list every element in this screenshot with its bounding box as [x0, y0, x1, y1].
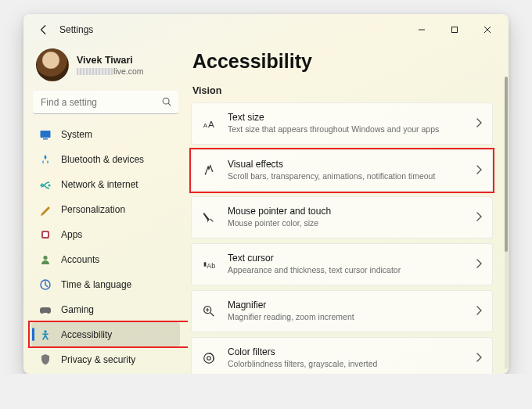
- card-title: Mouse pointer and touch: [228, 206, 470, 217]
- nav-label: Personalization: [61, 204, 125, 215]
- nav-label: Accessibility: [61, 329, 112, 340]
- nav-label: Network & internet: [61, 179, 138, 190]
- nav-icon: [39, 228, 52, 241]
- card-desc: Text size that appears throughout Window…: [228, 124, 470, 135]
- chevron-right-icon: [475, 257, 483, 271]
- svg-point-17: [207, 167, 209, 168]
- card-desc: Magnifier reading, zoom increment: [228, 312, 470, 322]
- nav-label: Bluetooth & devices: [61, 154, 144, 165]
- svg-rect-1: [452, 27, 458, 33]
- redacted-text: [77, 68, 113, 75]
- section-heading: Vision: [191, 84, 504, 102]
- svg-point-25: [207, 357, 211, 361]
- sidebar-item-gaming[interactable]: Gaming: [31, 297, 180, 321]
- sidebar-item-personalization[interactable]: Personalization: [31, 197, 180, 221]
- nav-icon: [39, 253, 52, 266]
- nav-icon: [39, 303, 52, 316]
- main-pane: Accessibility Vision AA Text size Text s…: [188, 45, 509, 374]
- chevron-right-icon: [475, 210, 483, 224]
- close-button[interactable]: [471, 18, 504, 41]
- nav-icon: [39, 328, 52, 341]
- sidebar-item-accessibility[interactable]: Accessibility: [31, 322, 180, 346]
- settings-window: Settings Vivek Tiwari live.com: [23, 14, 509, 374]
- svg-rect-9: [43, 232, 48, 237]
- search-input[interactable]: [33, 91, 178, 114]
- svg-rect-4: [41, 131, 51, 138]
- svg-point-10: [43, 255, 47, 259]
- card-text-size[interactable]: AA Text size Text size that appears thro…: [191, 102, 493, 145]
- card-list: AA Text size Text size that appears thro…: [191, 102, 504, 374]
- card-magnifier[interactable]: Magnifier Magnifier reading, zoom increm…: [191, 290, 493, 332]
- svg-rect-5: [43, 138, 48, 140]
- card-title: Visual effects: [228, 159, 470, 170]
- profile-email: live.com: [77, 66, 144, 76]
- card-icon: [201, 210, 217, 225]
- back-button[interactable]: [34, 20, 53, 39]
- svg-rect-18: [204, 262, 207, 266]
- page-title: Accessibility: [191, 45, 504, 84]
- maximize-button[interactable]: [438, 18, 471, 41]
- sidebar-item-windows-update[interactable]: Windows Update: [31, 372, 180, 374]
- chevron-right-icon: [475, 163, 483, 178]
- svg-text:Ab: Ab: [207, 262, 215, 270]
- sidebar: Vivek Tiwari live.com SystemBluetooth & …: [23, 45, 188, 374]
- svg-point-6: [40, 184, 42, 186]
- sidebar-item-time-language[interactable]: Time & language: [31, 272, 180, 296]
- nav-icon: [39, 153, 52, 166]
- search-box: [33, 91, 178, 114]
- sidebar-item-system[interactable]: System: [31, 122, 180, 146]
- nav-label: System: [61, 129, 92, 140]
- svg-point-2: [163, 98, 169, 104]
- chevron-right-icon: [475, 351, 483, 365]
- nav-icon: [39, 353, 52, 366]
- app-title: Settings: [59, 24, 93, 35]
- card-desc: Appearance and thickness, text cursor in…: [228, 265, 470, 275]
- card-title: Color filters: [228, 346, 470, 357]
- chevron-right-icon: [475, 304, 483, 318]
- nav-icon: [39, 128, 52, 141]
- svg-point-16: [212, 170, 214, 172]
- svg-text:A: A: [203, 122, 208, 129]
- card-visual-effects[interactable]: Visual effects Scroll bars, transparency…: [191, 149, 493, 192]
- nav-label: Privacy & security: [61, 354, 135, 365]
- sidebar-item-privacy-security[interactable]: Privacy & security: [31, 347, 180, 371]
- svg-text:A: A: [208, 119, 214, 129]
- card-title: Text cursor: [228, 253, 470, 264]
- card-icon: [201, 350, 217, 366]
- sidebar-item-bluetooth-devices[interactable]: Bluetooth & devices: [31, 147, 180, 171]
- card-icon: Ab: [201, 257, 217, 272]
- sidebar-item-apps[interactable]: Apps: [31, 222, 180, 246]
- avatar: [36, 48, 69, 81]
- nav-icon: [39, 178, 52, 191]
- nav-icon: [39, 278, 52, 291]
- card-text-cursor[interactable]: Ab Text cursor Appearance and thickness,…: [191, 243, 493, 285]
- card-icon: [201, 303, 217, 319]
- nav-label: Time & language: [61, 279, 131, 290]
- card-icon: [201, 163, 217, 178]
- nav-list: SystemBluetooth & devicesNetwork & inter…: [31, 122, 180, 374]
- card-color-filters[interactable]: Color filters Colorblindness filters, gr…: [191, 337, 493, 374]
- profile-name: Vivek Tiwari: [77, 55, 144, 66]
- minimize-button[interactable]: [405, 18, 438, 41]
- svg-point-15: [205, 174, 207, 175]
- card-title: Magnifier: [228, 300, 470, 310]
- search-icon: [161, 96, 172, 110]
- sidebar-item-accounts[interactable]: Accounts: [31, 247, 180, 271]
- nav-icon: [39, 203, 52, 216]
- nav-label: Gaming: [61, 304, 94, 315]
- svg-line-21: [210, 313, 214, 317]
- scrollbar-thumb[interactable]: [505, 77, 508, 252]
- card-desc: Mouse pointer color, size: [228, 218, 470, 228]
- svg-line-3: [168, 103, 171, 106]
- profile-block[interactable]: Vivek Tiwari live.com: [31, 45, 180, 91]
- card-desc: Colorblindness filters, grayscale, inver…: [228, 359, 470, 369]
- chevron-right-icon: [475, 117, 483, 131]
- titlebar: Settings: [23, 14, 509, 45]
- scrollbar[interactable]: [505, 77, 508, 369]
- card-icon: AA: [201, 116, 217, 131]
- card-mouse-pointer-and-touch[interactable]: Mouse pointer and touch Mouse pointer co…: [191, 196, 493, 239]
- card-desc: Scroll bars, transparency, animations, n…: [228, 171, 470, 181]
- svg-point-7: [48, 184, 50, 186]
- sidebar-item-network-internet[interactable]: Network & internet: [31, 172, 180, 196]
- card-title: Text size: [228, 112, 470, 123]
